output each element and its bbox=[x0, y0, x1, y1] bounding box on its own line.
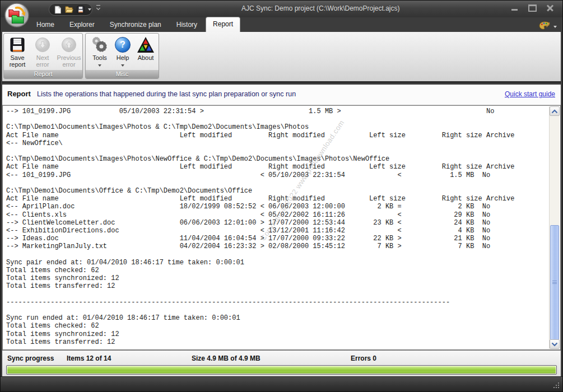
open-project-icon[interactable] bbox=[64, 6, 73, 13]
ribbon: Save report Next error Previous error Re… bbox=[2, 32, 561, 83]
scroll-down-button[interactable] bbox=[550, 339, 560, 349]
progress-bar-fill bbox=[7, 366, 556, 374]
tab-history[interactable]: History bbox=[170, 18, 204, 32]
next-error-icon bbox=[31, 35, 54, 54]
next-error-button[interactable]: Next error bbox=[31, 35, 54, 68]
tools-dropdown-caret-icon bbox=[98, 64, 101, 67]
save-project-icon[interactable] bbox=[77, 6, 85, 13]
theme-dropdown-caret-icon bbox=[553, 26, 557, 28]
resize-grip[interactable] bbox=[558, 387, 559, 388]
close-button[interactable] bbox=[546, 4, 555, 12]
vertical-scrollbar bbox=[549, 106, 560, 349]
group-caption-report: Report bbox=[4, 70, 82, 78]
help-dropdown-caret-icon bbox=[121, 64, 124, 67]
thumb-grip-icon bbox=[552, 281, 557, 284]
sync-progress-strip: Sync progress Items 12 of 14 Size 4.9 MB… bbox=[2, 350, 561, 377]
size-label: Size 4.9 MB of 4.9 MB bbox=[192, 354, 260, 362]
quick-start-guide-link[interactable]: Quick start guide bbox=[505, 90, 555, 98]
sync-progress-label: Sync progress bbox=[7, 354, 54, 362]
help-icon: ? bbox=[113, 35, 133, 54]
window-title: AJC Sync: Demo project (C:\Work\DemoProj… bbox=[241, 4, 400, 12]
save-dropdown-caret-icon[interactable] bbox=[88, 8, 91, 11]
ribbon-group-report: Save report Next error Previous error Re… bbox=[3, 33, 83, 79]
report-header: Report Lists the operations that happene… bbox=[2, 85, 561, 105]
minimize-button[interactable] bbox=[510, 4, 519, 12]
report-text[interactable]: --> 101_0199.JPG 05/10/2003 22:31:54 > 1… bbox=[3, 106, 549, 349]
chevron-up-icon bbox=[551, 109, 559, 114]
errors-label: Errors 0 bbox=[351, 354, 376, 362]
tab-explorer[interactable]: Explorer bbox=[63, 18, 101, 32]
scrollbar-thumb[interactable] bbox=[550, 225, 559, 340]
tab-home[interactable]: Home bbox=[30, 18, 61, 32]
progress-bar bbox=[6, 365, 557, 375]
new-project-icon[interactable] bbox=[54, 6, 61, 14]
titlebar: AJC Sync: Demo project (C:\Work\DemoProj… bbox=[1, 1, 562, 17]
app-menu-logo-button[interactable] bbox=[4, 2, 30, 28]
customize-qat-button[interactable] bbox=[96, 5, 101, 12]
quick-access-toolbar bbox=[49, 3, 92, 16]
ajc-sync-logo-icon bbox=[4, 2, 30, 28]
palette-icon bbox=[538, 21, 551, 32]
status-bar bbox=[1, 376, 562, 391]
page-description: Lists the operations that happened durin… bbox=[37, 90, 296, 98]
help-button[interactable]: ? Help bbox=[113, 35, 133, 68]
items-count-label: Items 12 of 14 bbox=[67, 354, 111, 362]
previous-error-icon bbox=[55, 35, 82, 54]
page-title: Report bbox=[7, 90, 31, 98]
app-window: AJC Sync: Demo project (C:\Work\DemoProj… bbox=[0, 0, 563, 392]
scroll-up-button[interactable] bbox=[550, 106, 560, 116]
save-report-button[interactable]: Save report bbox=[5, 35, 30, 68]
window-controls bbox=[510, 4, 555, 12]
tab-report[interactable]: Report bbox=[206, 17, 240, 32]
maximize-button[interactable] bbox=[528, 4, 537, 12]
tools-gear-icon bbox=[88, 35, 111, 54]
ribbon-tab-bar: Home Explorer Synchronize plan History R… bbox=[1, 17, 562, 32]
group-caption-misc: Misc bbox=[86, 70, 159, 78]
theme-picker-button[interactable] bbox=[538, 21, 557, 32]
save-report-icon bbox=[5, 35, 30, 54]
about-button[interactable]: About bbox=[134, 35, 157, 61]
tools-button[interactable]: Tools bbox=[88, 35, 111, 68]
ribbon-group-misc: Tools ? Help About Misc bbox=[85, 33, 159, 79]
tab-synchronize-plan[interactable]: Synchronize plan bbox=[103, 18, 168, 32]
chevron-down-icon bbox=[551, 342, 559, 347]
about-pyramid-icon bbox=[134, 35, 157, 54]
previous-error-button[interactable]: Previous error bbox=[55, 35, 82, 68]
report-text-area: --> 101_0199.JPG 05/10/2003 22:31:54 > 1… bbox=[2, 105, 561, 350]
